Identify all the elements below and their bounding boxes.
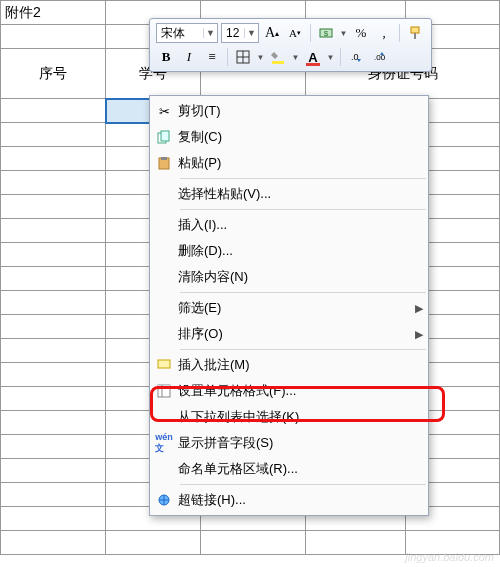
menu-name-range[interactable]: 命名单元格区域(R)... [150, 456, 428, 482]
highlight-color-button[interactable] [268, 47, 288, 67]
comma-button[interactable]: , [374, 23, 394, 43]
bold-button[interactable]: B [156, 47, 176, 67]
svg-text:.0: .0 [351, 52, 359, 62]
mini-toolbar: 宋体▼ 12▼ A▴ A▾ $▼ % , B I ≡ ▼ ▼ A▼ .0 .00 [149, 18, 432, 72]
menu-insert-comment[interactable]: 插入批注(M) [150, 352, 428, 378]
format-cells-icon [150, 384, 178, 398]
chevron-down-icon[interactable]: ▼ [339, 29, 348, 38]
chevron-down-icon: ▼ [203, 28, 217, 38]
menu-format-cells[interactable]: 设置单元格格式(F)... [150, 378, 428, 404]
hyperlink-icon [150, 493, 178, 507]
shrink-font-button[interactable]: A▾ [285, 23, 305, 43]
font-size-combo[interactable]: 12▼ [221, 23, 259, 43]
svg-text:$: $ [324, 29, 329, 38]
format-painter-button[interactable] [405, 23, 425, 43]
menu-cut[interactable]: ✂剪切(T) [150, 98, 428, 124]
menu-show-pinyin[interactable]: wén文显示拼音字段(S) [150, 430, 428, 456]
copy-icon [150, 130, 178, 144]
menu-pick-from-list[interactable]: 从下拉列表中选择(K)... [150, 404, 428, 430]
decrease-decimal-button[interactable]: .0 [346, 47, 366, 67]
grow-font-button[interactable]: A▴ [262, 23, 282, 43]
menu-paste-special[interactable]: 选择性粘贴(V)... [150, 181, 428, 207]
svg-rect-11 [161, 131, 169, 141]
increase-decimal-button[interactable]: .00 [369, 47, 389, 67]
italic-button[interactable]: I [179, 47, 199, 67]
menu-insert[interactable]: 插入(I)... [150, 212, 428, 238]
submenu-arrow-icon: ▶ [410, 302, 428, 315]
svg-rect-3 [414, 33, 416, 39]
svg-rect-16 [158, 385, 170, 389]
menu-sort[interactable]: 排序(O)▶ [150, 321, 428, 347]
menu-clear[interactable]: 清除内容(N) [150, 264, 428, 290]
svg-rect-2 [411, 27, 419, 33]
context-menu: ✂剪切(T) 复制(C) 粘贴(P) 选择性粘贴(V)... 插入(I)... … [149, 95, 429, 516]
pinyin-icon: wén文 [150, 432, 178, 455]
chevron-down-icon[interactable]: ▼ [256, 53, 265, 62]
svg-rect-13 [161, 157, 167, 160]
menu-filter[interactable]: 筛选(E)▶ [150, 295, 428, 321]
cell-a1[interactable]: 附件2 [1, 1, 106, 25]
borders-button[interactable] [233, 47, 253, 67]
chevron-down-icon: ▼ [244, 28, 258, 38]
menu-delete[interactable]: 删除(D)... [150, 238, 428, 264]
chevron-down-icon[interactable]: ▼ [326, 53, 335, 62]
chevron-down-icon[interactable]: ▼ [291, 53, 300, 62]
percent-button[interactable]: % [351, 23, 371, 43]
font-name-combo[interactable]: 宋体▼ [156, 23, 218, 43]
accounting-format-button[interactable]: $ [316, 23, 336, 43]
align-center-button[interactable]: ≡ [202, 47, 222, 67]
svg-rect-14 [158, 360, 170, 368]
comment-icon [150, 358, 178, 372]
menu-copy[interactable]: 复制(C) [150, 124, 428, 150]
menu-paste[interactable]: 粘贴(P) [150, 150, 428, 176]
submenu-arrow-icon: ▶ [410, 328, 428, 341]
menu-hyperlink[interactable]: 超链接(H)... [150, 487, 428, 513]
paste-icon [150, 156, 178, 170]
cut-icon: ✂ [150, 104, 178, 119]
font-color-button[interactable]: A [303, 47, 323, 67]
svg-text:.00: .00 [374, 53, 386, 62]
header-seq[interactable]: 序号 [1, 49, 106, 99]
svg-rect-7 [272, 61, 284, 64]
